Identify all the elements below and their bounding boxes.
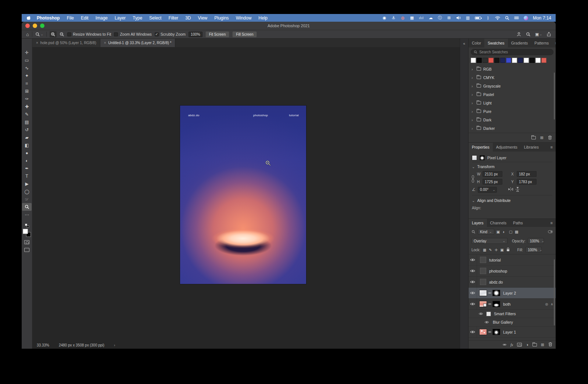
window-manager-icon[interactable]: ⊞ (447, 15, 451, 21)
fill-screen-button[interactable]: Fill Screen (232, 31, 257, 38)
swatch[interactable] (488, 58, 494, 63)
chevron-right-icon[interactable]: › (472, 92, 474, 97)
screen-mode-icon[interactable] (24, 248, 29, 252)
link-layers-icon[interactable] (503, 341, 506, 348)
blur-gallery-row[interactable]: Blur Gallery (469, 318, 556, 327)
fill-dropdown[interactable]: 100% ⌄ (526, 247, 542, 253)
layer-name[interactable]: Layer 1 (503, 330, 516, 334)
tab-color[interactable]: Color (469, 39, 484, 47)
menu-image[interactable]: Image (96, 15, 108, 21)
zoom-in-button[interactable] (50, 31, 57, 38)
menu-type[interactable]: Type (133, 15, 142, 21)
panel-menu-icon[interactable]: ≡ (548, 219, 556, 227)
expand-panels-icon[interactable]: « (463, 42, 465, 46)
visibility-toggle[interactable] (469, 255, 477, 265)
swatch[interactable] (524, 58, 529, 63)
menu-layer[interactable]: Layer (115, 15, 126, 21)
layer-thumbnail[interactable] (479, 290, 487, 296)
quick-mask-icon[interactable] (24, 240, 29, 244)
window-titlebar[interactable]: Adobe Photoshop 2021 (22, 22, 556, 30)
display-icon[interactable]: ▥ (466, 15, 470, 21)
filter-adjustment-icon[interactable]: ◑ (502, 230, 504, 234)
menu-3d[interactable]: 3D (185, 15, 191, 21)
swatch[interactable] (477, 58, 482, 63)
tab-layers[interactable]: Layers (469, 219, 487, 227)
zoom-all-windows-checkbox[interactable]: Zoom All Windows (114, 32, 151, 36)
shape-tool[interactable]: ◯ (22, 188, 32, 195)
tab-libraries[interactable]: Libraries (521, 143, 542, 152)
pen-tool[interactable]: ✒ (22, 164, 32, 172)
chevron-right-icon[interactable]: › (472, 109, 474, 114)
tab-gradients[interactable]: Gradients (508, 39, 531, 47)
visibility-toggle[interactable] (469, 327, 477, 337)
cloud-icon[interactable]: ☁ (429, 15, 433, 21)
lock-pixels-icon[interactable]: ✎ (489, 248, 492, 252)
swatch[interactable] (471, 58, 476, 63)
swatch-group-dark[interactable]: ›Dark (469, 115, 556, 124)
visibility-toggle[interactable] (469, 299, 477, 309)
layer-mask-thumbnail[interactable] (492, 290, 500, 296)
filter-pixel-icon[interactable]: ▣ (496, 230, 500, 234)
layer-mask-thumbnail[interactable] (492, 301, 500, 307)
scrollbar[interactable] (554, 259, 555, 326)
swatch[interactable] (512, 58, 517, 63)
search-icon[interactable] (526, 32, 531, 37)
height-field[interactable]: 1725 px (483, 179, 502, 185)
layer-row-tutorial[interactable]: tutorial (469, 255, 556, 266)
layer-filter-toggle[interactable] (548, 230, 553, 233)
zoom-tool[interactable] (22, 203, 32, 211)
menu-help[interactable]: Help (258, 15, 268, 21)
status-chevron-icon[interactable]: › (114, 343, 115, 347)
swatch-group-rgb[interactable]: ›RGB (469, 65, 556, 73)
new-group-button[interactable] (531, 136, 536, 139)
workspace-icon[interactable]: ▣ ⌄ (535, 32, 542, 37)
adjustment-layer-icon[interactable]: ◑ (526, 342, 528, 347)
smart-filter-badge-icon[interactable]: ◎ (545, 302, 548, 306)
menu-file[interactable]: File (67, 15, 74, 21)
audio-levels-icon[interactable]: ılıl (419, 15, 424, 21)
canvas-viewport[interactable]: abdz.do photoshop tutorial (32, 47, 460, 341)
tab-patterns[interactable]: Patterns (531, 39, 552, 47)
close-tab-icon[interactable]: × (104, 41, 106, 45)
layer-style-icon[interactable]: fx (510, 343, 513, 347)
chevron-right-icon[interactable]: › (472, 67, 474, 71)
scrollbar[interactable] (554, 72, 555, 120)
tab-paths[interactable]: Paths (510, 219, 526, 227)
smart-object-thumbnail[interactable] (479, 301, 487, 307)
battery-icon[interactable] (475, 17, 481, 19)
swatch-group-cmyk[interactable]: ›CMYK (469, 73, 556, 82)
type-layer-thumbnail[interactable] (480, 257, 486, 263)
healing-brush-tool[interactable]: ✚ (22, 103, 32, 110)
swatch[interactable] (500, 58, 505, 63)
menu-plugins[interactable]: Plugins (214, 15, 229, 21)
swatch[interactable] (483, 58, 488, 63)
delete-layer-icon[interactable] (548, 341, 552, 348)
zoom-tool-indicator-icon[interactable]: ⌄ (35, 32, 43, 37)
menu-photoshop[interactable]: Photoshop (37, 15, 60, 21)
resize-windows-checkbox[interactable]: Resize Windows to Fit (67, 32, 111, 36)
tab-swatches[interactable]: Swatches (484, 39, 508, 47)
layer-name[interactable]: both (503, 302, 510, 306)
layer-row-abdzdo[interactable]: abdz.do (469, 277, 556, 288)
wifi-icon[interactable] (495, 15, 500, 21)
filter-shape-icon[interactable]: ▢ (509, 230, 513, 234)
lock-transparency-icon[interactable]: ▦ (483, 248, 486, 252)
layer-thumbnail[interactable] (479, 329, 487, 335)
new-layer-icon[interactable]: ⊞ (541, 342, 544, 347)
home-icon[interactable]: ⌂ (26, 32, 29, 37)
default-colors-icon[interactable] (25, 224, 29, 228)
chevron-right-icon[interactable]: › (472, 118, 474, 122)
swatch-group-pure[interactable]: ›Pure (469, 107, 556, 115)
menu-window[interactable]: Window (236, 15, 252, 21)
collapse-smart-filters-icon[interactable]: ∧ (551, 302, 553, 306)
layer-name[interactable]: photoshop (489, 269, 507, 273)
layer-row-photoshop[interactable]: photoshop (469, 266, 556, 277)
add-mask-icon[interactable] (517, 343, 522, 346)
control-center-icon[interactable] (514, 16, 519, 19)
menu-filter[interactable]: Filter (168, 15, 178, 21)
transform-section-header[interactable]: ⌄ Transform (472, 162, 552, 171)
document-tab-untitled[interactable]: × Untitled-1 @ 33.3% (Layer 2, RGB/8) * (100, 39, 176, 47)
layer-name[interactable]: tutorial (489, 258, 501, 262)
kind-filter-dropdown[interactable]: Kind ⌄ (478, 229, 494, 235)
dodge-tool[interactable]: ◐ (22, 157, 32, 164)
